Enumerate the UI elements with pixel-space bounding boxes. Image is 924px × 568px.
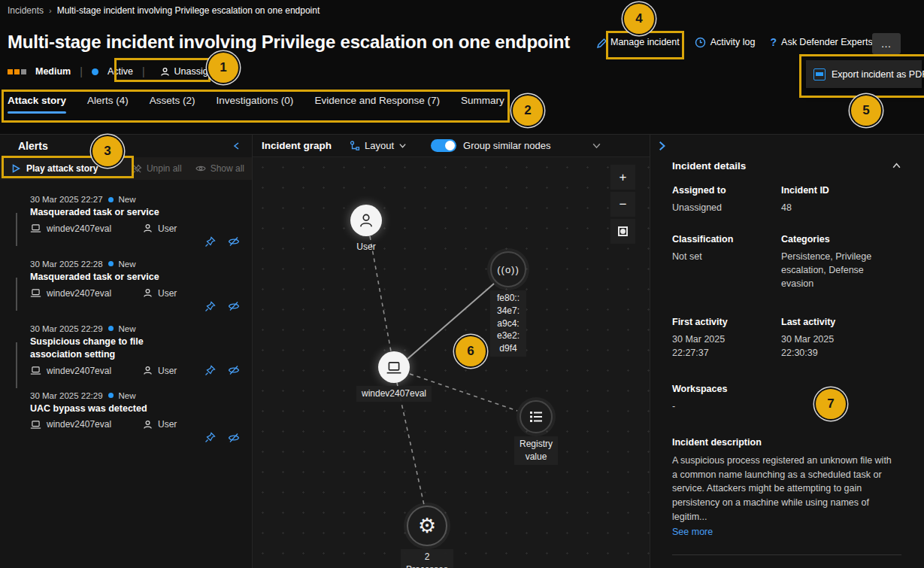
new-status-dot — [108, 393, 114, 398]
collapse-left-panel-icon[interactable] — [232, 141, 241, 150]
unpin-all-label: Unpin all — [147, 163, 182, 174]
new-status-dot — [108, 261, 114, 266]
collapse-section-chevron-up-icon[interactable] — [892, 161, 901, 171]
export-incident-pdf-label: Export incident as PDF — [832, 69, 924, 80]
pin-icon[interactable] — [204, 301, 216, 312]
graph-node-label: fe80::34e7:a9c4:e3e2:d9f4 — [490, 290, 526, 357]
hide-alert-icon[interactable] — [228, 365, 240, 376]
play-attack-story-button[interactable]: Play attack story — [8, 162, 102, 175]
tab-assets[interactable]: Assets (2) — [150, 95, 195, 114]
show-all-label: Show all — [211, 163, 244, 174]
more-actions-button[interactable]: … — [872, 33, 901, 54]
fit-to-screen-button[interactable] — [610, 219, 635, 244]
classification-value: Not set — [672, 250, 781, 263]
hide-alert-icon[interactable] — [228, 236, 240, 248]
alert-title[interactable]: Masqueraded task or service — [30, 206, 194, 219]
incident-graph-panel: Incident graph Layout Group similar node… — [253, 135, 650, 568]
callout-6: 6 — [456, 336, 486, 366]
zoom-in-button[interactable]: + — [610, 165, 635, 190]
incident-graph-canvas[interactable]: User ((o)) fe80::34e7:a9c4:e3e2:d9f4 win… — [253, 157, 650, 568]
pin-icon[interactable] — [204, 365, 216, 376]
alert-device[interactable]: windev2407eval — [47, 223, 111, 234]
hide-alert-icon[interactable] — [228, 432, 240, 443]
alerts-toolbar: Play attack story Unpin all Show all — [0, 157, 252, 180]
alert-device[interactable]: windev2407eval — [47, 419, 111, 430]
group-similar-nodes-toggle[interactable] — [431, 139, 456, 152]
user-node-icon — [350, 205, 382, 236]
alert-date: 30 Mar 2025 22:29 — [30, 324, 103, 333]
ip-node-icon: ((o)) — [490, 251, 526, 287]
severity-label: Medium — [35, 66, 71, 77]
ask-defender-experts-label: Ask Defender Experts — [781, 37, 873, 47]
export-incident-pdf-menu-item[interactable]: Export incident as PDF — [806, 60, 922, 88]
categories-label: Categories — [781, 234, 879, 245]
alert-user[interactable]: User — [158, 366, 177, 376]
manage-incident-button[interactable]: Manage incident — [610, 37, 680, 47]
graph-node-device[interactable]: windev2407eval — [378, 351, 410, 402]
alert-card[interactable]: 30 Mar 2025 22:28 New Masqueraded task o… — [0, 251, 252, 315]
graph-node-registry[interactable]: Registry value — [520, 400, 553, 465]
incident-description-text: A suspicious process registered an unkno… — [672, 454, 898, 524]
alert-title[interactable]: Suspicious change to file association se… — [30, 336, 194, 361]
layout-icon — [350, 141, 360, 151]
collapse-details-panel-icon[interactable] — [656, 141, 667, 151]
alert-card[interactable]: 30 Mar 2025 22:29 New UAC bypass was det… — [0, 382, 252, 447]
see-more-link[interactable]: See more — [672, 527, 713, 537]
tab-summary[interactable]: Summary — [461, 95, 504, 114]
pin-icon[interactable] — [204, 432, 216, 443]
alert-card[interactable]: 30 Mar 2025 22:29 New Suspicious change … — [0, 315, 252, 382]
user-icon — [143, 223, 153, 233]
tab-attack-story[interactable]: Attack story — [8, 95, 66, 114]
graph-node-label: windev2407eval — [356, 386, 432, 402]
gear-icon: ⚙ — [418, 516, 436, 536]
alerts-panel-title: Alerts — [18, 140, 48, 152]
layout-dropdown[interactable]: Layout — [350, 140, 407, 151]
activity-log-button[interactable]: Activity log — [695, 37, 756, 48]
graph-node-label: User — [351, 239, 380, 255]
header-actions: Manage incident Activity log ? Ask Defen… — [610, 36, 888, 48]
new-status-dot — [108, 197, 114, 202]
alert-status: New — [119, 260, 136, 269]
unpin-all-button[interactable]: Unpin all — [132, 163, 182, 174]
tab-evidence-response[interactable]: Evidence and Response (7) — [314, 95, 440, 114]
alert-device[interactable]: windev2407eval — [47, 288, 111, 299]
device-icon — [30, 366, 41, 375]
tab-alerts[interactable]: Alerts (4) — [87, 95, 129, 114]
divider: | — [141, 65, 147, 77]
alert-user[interactable]: User — [158, 223, 177, 234]
alert-title[interactable]: Masqueraded task or service — [30, 271, 194, 284]
severity-medium-icon — [8, 69, 26, 74]
callout-7: 7 — [816, 389, 846, 419]
zoom-out-button[interactable]: − — [610, 192, 635, 217]
alert-title[interactable]: UAC bypass was detected — [30, 402, 194, 415]
tab-investigations[interactable]: Investigations (0) — [217, 95, 294, 114]
alert-date: 30 Mar 2025 22:27 — [30, 195, 103, 204]
incident-tabs: Attack story Alerts (4) Assets (2) Inves… — [8, 95, 504, 114]
breadcrumb-separator: › — [49, 6, 52, 15]
registry-node-icon — [520, 400, 553, 433]
alert-device[interactable]: windev2407eval — [47, 366, 111, 376]
breadcrumb-incidents-link[interactable]: Incidents — [8, 5, 44, 16]
graph-node-user[interactable]: User — [350, 205, 382, 255]
alert-card[interactable]: 30 Mar 2025 22:27 New Masqueraded task o… — [0, 186, 252, 251]
show-all-button[interactable]: Show all — [195, 163, 244, 174]
device-icon — [30, 288, 41, 298]
callout-4: 4 — [624, 4, 654, 34]
graph-node-processes[interactable]: ⚙ 2 Processes — [407, 506, 447, 568]
ellipsis-icon: … — [881, 38, 892, 50]
graph-node-ip[interactable]: ((o)) fe80::34e7:a9c4:e3e2:d9f4 — [490, 251, 526, 357]
callout-5: 5 — [851, 96, 881, 126]
last-activity-value: 30 Mar 2025 22:30:39 — [781, 333, 853, 360]
ask-defender-experts-button[interactable]: ? Ask Defender Experts — [770, 36, 872, 48]
edit-title-icon[interactable] — [596, 38, 607, 49]
breadcrumb: Incidents › Multi-stage incident involvi… — [8, 5, 320, 16]
hide-alert-icon[interactable] — [228, 301, 240, 312]
status-label: Active — [108, 66, 133, 77]
alert-user[interactable]: User — [158, 419, 177, 430]
page-title: Multi-stage incident involving Privilege… — [8, 32, 570, 53]
graph-options-chevron-down-icon[interactable] — [592, 141, 601, 150]
alert-user[interactable]: User — [158, 288, 177, 299]
graph-node-label: 2 Processes — [401, 549, 453, 568]
pin-icon[interactable] — [204, 236, 216, 248]
incident-badges: Medium | Active | Unassigned — [8, 63, 230, 80]
